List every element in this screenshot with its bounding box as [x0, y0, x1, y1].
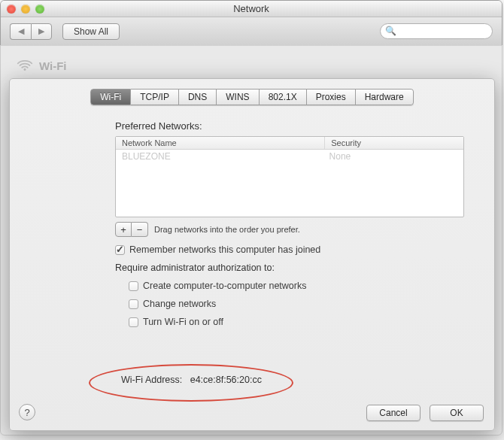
- toolbar: ◀ ▶ Show All 🔍: [1, 17, 502, 46]
- remember-networks-row[interactable]: Remember networks this computer has join…: [115, 244, 464, 255]
- cell-network-name: BLUEZONE: [122, 151, 323, 162]
- wifi-address-row: Wi-Fi Address: e4:ce:8f:56:20:cc: [121, 375, 262, 385]
- tab-tcpip[interactable]: TCP/IP: [131, 89, 179, 105]
- remember-networks-label: Remember networks this computer has join…: [129, 244, 320, 255]
- window-title: Network: [1, 3, 502, 14]
- tab-dns[interactable]: DNS: [179, 89, 217, 105]
- drag-hint: Drag networks into the order you prefer.: [154, 225, 300, 234]
- question-icon: ?: [24, 407, 29, 418]
- sheet-actions: Cancel OK: [366, 405, 484, 421]
- col-network-name[interactable]: Network Name: [116, 137, 324, 149]
- option-create-row[interactable]: Create computer-to-computer networks: [129, 281, 464, 291]
- option-toggle-checkbox[interactable]: [129, 317, 138, 327]
- tab-proxies[interactable]: Proxies: [307, 89, 356, 105]
- option-change-label: Change networks: [143, 299, 216, 309]
- wifi-address-label: Wi-Fi Address:: [121, 375, 182, 385]
- add-network-button[interactable]: +: [115, 222, 132, 237]
- advanced-sheet: Wi-Fi TCP/IP DNS WINS 802.1X Proxies Har…: [9, 78, 495, 431]
- tabs-bar: Wi-Fi TCP/IP DNS WINS 802.1X Proxies Har…: [10, 89, 494, 105]
- show-all-button[interactable]: Show All: [62, 23, 120, 40]
- search-input[interactable]: [380, 23, 493, 39]
- cancel-button[interactable]: Cancel: [366, 405, 421, 421]
- ok-button[interactable]: OK: [430, 405, 484, 421]
- chevron-right-icon: ▶: [38, 26, 44, 36]
- add-remove-bar: + − Drag networks into the order you pre…: [115, 222, 464, 237]
- show-all-label: Show All: [74, 26, 108, 37]
- remember-networks-checkbox[interactable]: [115, 245, 125, 255]
- require-admin-label: Require administrator authorization to:: [115, 262, 464, 273]
- tabs-segment: Wi-Fi TCP/IP DNS WINS 802.1X Proxies Har…: [90, 89, 413, 105]
- nav-forward-button[interactable]: ▶: [31, 23, 52, 40]
- nav-back-button[interactable]: ◀: [10, 23, 31, 40]
- remove-network-button[interactable]: −: [132, 222, 148, 237]
- table-header: Network Name Security: [116, 137, 463, 150]
- col-security[interactable]: Security: [324, 137, 463, 149]
- plus-icon: +: [120, 224, 126, 235]
- option-create-checkbox[interactable]: [129, 281, 138, 291]
- nav-segment: ◀ ▶: [10, 23, 52, 40]
- minus-icon: −: [137, 224, 143, 235]
- option-change-row[interactable]: Change networks: [129, 299, 464, 309]
- option-toggle-label: Turn Wi-Fi on or off: [143, 317, 223, 327]
- option-create-label: Create computer-to-computer networks: [143, 281, 306, 291]
- preferred-networks-label: Preferred Networks:: [115, 120, 464, 132]
- tab-hardware[interactable]: Hardware: [356, 89, 414, 105]
- cell-security: None: [323, 151, 457, 162]
- chevron-left-icon: ◀: [18, 26, 24, 36]
- option-toggle-row[interactable]: Turn Wi-Fi on or off: [129, 317, 464, 327]
- search-field: 🔍: [380, 23, 493, 39]
- titlebar: Network: [1, 1, 502, 17]
- tab-wins[interactable]: WINS: [217, 89, 259, 105]
- tab-wifi[interactable]: Wi-Fi: [90, 89, 131, 105]
- table-row[interactable]: BLUEZONE None: [116, 150, 463, 163]
- wifi-panel: Preferred Networks: Network Name Securit…: [10, 105, 494, 327]
- preferred-networks-table[interactable]: Network Name Security BLUEZONE None: [115, 136, 464, 217]
- search-icon: 🔍: [385, 26, 396, 36]
- wifi-address-value: e4:ce:8f:56:20:cc: [190, 375, 262, 385]
- tab-8021x[interactable]: 802.1X: [260, 89, 307, 105]
- help-button[interactable]: ?: [19, 404, 35, 420]
- network-preferences-window: Network ◀ ▶ Show All 🔍 Wi-Fi: [0, 0, 502, 435]
- option-change-checkbox[interactable]: [129, 299, 138, 309]
